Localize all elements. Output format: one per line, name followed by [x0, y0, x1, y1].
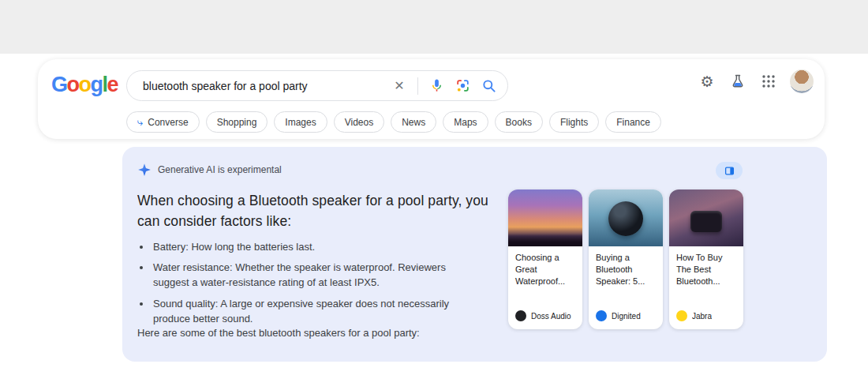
logo-letter: g: [91, 73, 103, 96]
source-name: Doss Audio: [531, 312, 571, 321]
generative-ai-panel: Generative AI is experimental When choos…: [122, 147, 827, 362]
card-source-row: Jabra: [669, 310, 743, 329]
sge-answer-heading: When choosing a Bluetooth speaker for a …: [137, 190, 508, 232]
converse-arrow-icon: ⤷: [137, 117, 143, 127]
sge-outro-text: Here are some of the best bluetooth spea…: [137, 327, 420, 339]
logo-letter: G: [51, 73, 67, 96]
favicon-jabra: [676, 310, 687, 321]
tab-converse[interactable]: ⤷ Converse: [126, 111, 200, 133]
search-divider: [417, 77, 418, 95]
page: Google bluetooth speaker for a pool part…: [0, 0, 868, 379]
tab-finance[interactable]: Finance: [605, 111, 661, 133]
tab-label: Flights: [560, 117, 588, 128]
experimental-label: Generative AI is experimental: [158, 164, 282, 175]
favicon-dignited: [596, 310, 607, 321]
reader-view-icon: [724, 166, 735, 176]
sge-bullet-list: Battery: How long the batteries last. Wa…: [152, 239, 455, 332]
logo-letter: o: [67, 73, 79, 96]
search-header-card: Google bluetooth speaker for a pool part…: [38, 59, 825, 139]
tab-books[interactable]: Books: [495, 111, 543, 133]
source-card-jabra[interactable]: How To Buy The Best Bluetooth... Jabra: [669, 190, 743, 329]
browser-top-strip: [0, 0, 868, 54]
sge-bullet-sound-quality: Sound quality: A large or expensive spea…: [152, 296, 455, 326]
search-input[interactable]: bluetooth speaker for a pool party ✕: [126, 70, 508, 101]
card-thumbnail-jabra-speaker: [669, 190, 743, 246]
logo-letter: e: [107, 73, 118, 96]
card-thumbnail-speaker-in-water: [589, 190, 663, 246]
tab-shopping[interactable]: Shopping: [206, 111, 268, 133]
card-title: Buying a Bluetooth Speaker: 5...: [589, 246, 663, 310]
sge-bullet-water-resistance: Water resistance: Whether the speaker is…: [152, 260, 455, 290]
card-title: Choosing a Great Waterproof...: [508, 246, 582, 310]
card-title: How To Buy The Best Bluetooth...: [669, 246, 743, 310]
tab-videos[interactable]: Videos: [334, 111, 384, 133]
search-mode-tabs: ⤷ Converse Shopping Images Videos News M…: [126, 111, 661, 133]
tab-images[interactable]: Images: [274, 111, 327, 133]
tab-label: Maps: [454, 117, 477, 128]
card-source-row: Dignited: [589, 310, 663, 329]
google-logo[interactable]: Google: [51, 73, 118, 97]
card-source-row: Doss Audio: [508, 310, 582, 329]
source-card-doss-audio[interactable]: Choosing a Great Waterproof... Doss Audi…: [508, 190, 582, 329]
sge-bullet-battery: Battery: How long the batteries last.: [152, 239, 455, 254]
tab-label: Images: [285, 117, 316, 128]
source-name: Dignited: [612, 312, 641, 321]
account-avatar[interactable]: [790, 69, 814, 93]
tab-label: Finance: [616, 117, 650, 128]
google-apps-grid-icon[interactable]: [759, 72, 778, 91]
google-lens-icon[interactable]: [455, 78, 470, 94]
header-actions: ⚙: [698, 68, 814, 95]
tab-label: Videos: [345, 117, 373, 128]
tab-label: News: [402, 117, 425, 128]
sge-sparkle-icon: [137, 163, 152, 177]
tab-maps[interactable]: Maps: [443, 111, 488, 133]
tab-label: Books: [506, 117, 532, 128]
favicon-doss-audio: [515, 310, 526, 321]
tab-label: Shopping: [217, 117, 257, 128]
tab-news[interactable]: News: [391, 111, 436, 133]
clear-search-icon[interactable]: ✕: [391, 78, 407, 94]
logo-letter: o: [79, 73, 91, 96]
sge-view-toggle-button[interactable]: [716, 162, 743, 179]
search-submit-icon[interactable]: [481, 78, 496, 94]
source-card-dignited[interactable]: Buying a Bluetooth Speaker: 5... Dignite…: [589, 190, 663, 329]
card-thumbnail-pool-party: [508, 190, 582, 246]
settings-gear-icon[interactable]: ⚙: [698, 72, 716, 91]
tab-flights[interactable]: Flights: [549, 111, 599, 133]
sge-header: Generative AI is experimental: [137, 163, 282, 177]
tab-label: Converse: [148, 117, 188, 128]
source-cards: Choosing a Great Waterproof... Doss Audi…: [508, 190, 743, 329]
search-labs-flask-icon[interactable]: [728, 72, 747, 91]
source-name: Jabra: [692, 312, 712, 321]
voice-search-mic-icon[interactable]: [428, 78, 444, 94]
search-query-text[interactable]: bluetooth speaker for a pool party: [127, 80, 391, 92]
